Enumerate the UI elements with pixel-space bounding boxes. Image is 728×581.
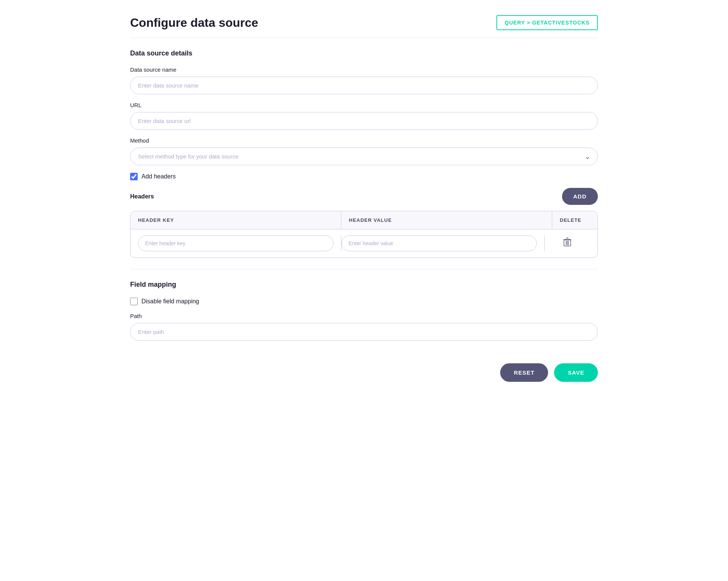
- headers-section: Headers ADD HEADER KEY HEADER VALUE DELE…: [130, 188, 598, 258]
- field-mapping-title: Field mapping: [130, 281, 598, 289]
- data-source-name-label: Data source name: [130, 66, 598, 73]
- path-input[interactable]: [130, 323, 598, 341]
- method-select-wrapper: Select method type for your data source …: [130, 148, 598, 165]
- data-source-details-section: Data source details Data source name URL…: [130, 49, 598, 180]
- method-label: Method: [130, 137, 598, 144]
- data-source-details-title: Data source details: [130, 49, 598, 57]
- footer-buttons: RESET SAVE: [130, 363, 598, 397]
- path-label: Path: [130, 313, 598, 319]
- add-headers-checkbox-row: Add headers: [130, 173, 598, 180]
- header-value-input[interactable]: [341, 235, 537, 251]
- add-header-button[interactable]: ADD: [562, 188, 598, 205]
- trash-icon: [563, 237, 571, 247]
- svg-rect-1: [566, 238, 568, 238]
- page-header: Configure data source QUERY > GETACTIVES…: [130, 15, 598, 38]
- url-label: URL: [130, 102, 598, 108]
- disable-field-mapping-checkbox[interactable]: [130, 298, 138, 305]
- save-button[interactable]: SAVE: [554, 363, 598, 382]
- reset-button[interactable]: RESET: [500, 363, 548, 382]
- header-key-input[interactable]: [138, 235, 333, 251]
- header-value-cell: [341, 235, 545, 251]
- url-input[interactable]: [130, 112, 598, 130]
- table-row: [131, 229, 597, 257]
- header-delete-column: DELETE: [552, 211, 597, 229]
- field-mapping-section: Field mapping Disable field mapping Path: [130, 281, 598, 341]
- query-badge-button[interactable]: QUERY > GETACTIVESTOCKS: [496, 15, 598, 30]
- path-group: Path: [130, 313, 598, 341]
- add-headers-checkbox[interactable]: [130, 173, 138, 180]
- disable-field-mapping-label[interactable]: Disable field mapping: [141, 298, 199, 305]
- headers-row-header: Headers ADD: [130, 188, 598, 205]
- data-source-name-input[interactable]: [130, 77, 598, 94]
- data-source-name-group: Data source name: [130, 66, 598, 94]
- section-divider: [130, 269, 598, 269]
- headers-label: Headers: [130, 193, 154, 200]
- header-key-cell: [138, 235, 341, 251]
- method-group: Method Select method type for your data …: [130, 137, 598, 165]
- header-value-column: HEADER VALUE: [341, 211, 552, 229]
- header-key-column: HEADER KEY: [131, 211, 341, 229]
- headers-table: HEADER KEY HEADER VALUE DELETE: [130, 211, 598, 258]
- method-select[interactable]: Select method type for your data source …: [130, 148, 598, 165]
- url-group: URL: [130, 102, 598, 130]
- page-container: Configure data source QUERY > GETACTIVES…: [130, 15, 598, 397]
- header-delete-cell: [545, 236, 590, 251]
- disable-field-mapping-row: Disable field mapping: [130, 298, 598, 305]
- add-headers-label[interactable]: Add headers: [141, 173, 176, 180]
- delete-header-button[interactable]: [562, 236, 573, 251]
- page-title: Configure data source: [130, 16, 258, 30]
- headers-table-header: HEADER KEY HEADER VALUE DELETE: [131, 211, 597, 229]
